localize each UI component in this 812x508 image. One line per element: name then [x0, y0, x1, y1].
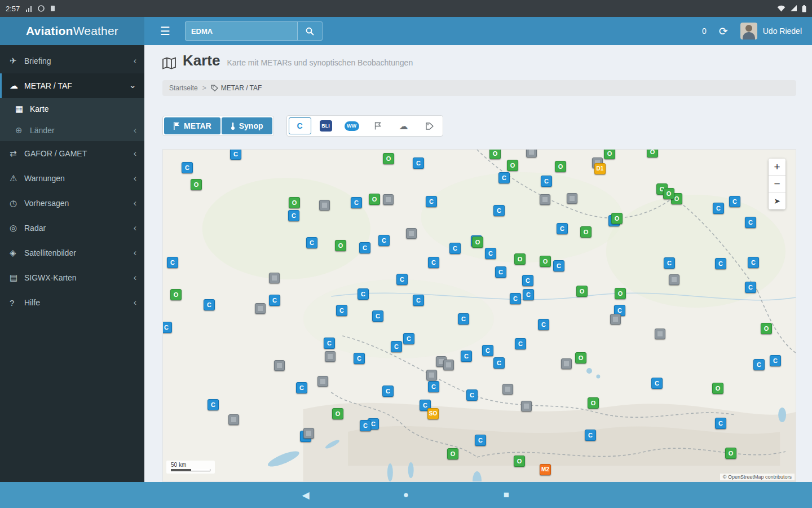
- map-marker-c[interactable]: C: [378, 235, 390, 246]
- metar-toggle-button[interactable]: METAR: [164, 117, 220, 134]
- map-marker-o[interactable]: O: [191, 179, 202, 190]
- map-marker-c[interactable]: C: [745, 282, 756, 293]
- map-marker-m2[interactable]: M2: [540, 464, 551, 475]
- map-marker-c[interactable]: C: [715, 418, 726, 429]
- map-marker-s[interactable]: [521, 401, 532, 411]
- map-marker-c[interactable]: C: [729, 196, 740, 207]
- map-marker-c[interactable]: C: [510, 293, 521, 304]
- map-marker-c[interactable]: C: [372, 310, 383, 322]
- map-marker-s[interactable]: [274, 360, 285, 371]
- map-marker-s[interactable]: [255, 303, 266, 314]
- map-marker-c[interactable]: C: [449, 243, 461, 254]
- map-marker-c[interactable]: C: [748, 257, 759, 268]
- map-marker-s[interactable]: [526, 149, 537, 157]
- map-marker-s[interactable]: [655, 329, 665, 339]
- map-marker-c[interactable]: C: [428, 257, 439, 268]
- map-marker-c[interactable]: C: [382, 386, 394, 397]
- layer-toggle-bli[interactable]: BLI: [315, 117, 337, 134]
- map-marker-c[interactable]: C: [354, 353, 365, 364]
- map-marker-c[interactable]: C: [715, 258, 726, 269]
- map-marker-c[interactable]: C: [413, 295, 424, 306]
- map-marker-c[interactable]: C: [306, 237, 317, 248]
- map-marker-o[interactable]: O: [725, 448, 736, 459]
- home-button[interactable]: ●: [398, 489, 414, 501]
- synop-toggle-button[interactable]: Synop: [222, 117, 272, 134]
- map-marker-o[interactable]: O: [555, 161, 566, 172]
- map-marker-c[interactable]: C: [538, 319, 549, 330]
- map-marker-so[interactable]: SO: [427, 408, 439, 419]
- map-marker-c[interactable]: C: [553, 260, 564, 271]
- map-marker-o[interactable]: O: [615, 288, 626, 299]
- map-marker-o[interactable]: O: [369, 194, 380, 205]
- map-marker-c[interactable]: C: [745, 217, 756, 228]
- map-marker-c[interactable]: C: [485, 248, 496, 259]
- sidebar-item-radar[interactable]: ◎Radar‹: [0, 216, 144, 240]
- map-marker-c[interactable]: C: [208, 399, 219, 410]
- sidebar-toggle-icon[interactable]: ☰: [155, 24, 178, 38]
- map-marker-o[interactable]: O: [507, 160, 518, 171]
- map-marker-c[interactable]: C: [493, 357, 505, 369]
- zoom-out-button[interactable]: −: [769, 176, 785, 192]
- map-marker-c[interactable]: C: [523, 289, 534, 300]
- map-marker-c[interactable]: C: [753, 359, 765, 370]
- map-marker-o[interactable]: O: [472, 237, 483, 248]
- map-marker-s[interactable]: [406, 228, 417, 239]
- map-marker-c[interactable]: C: [482, 345, 493, 356]
- zoom-in-button[interactable]: +: [769, 159, 785, 176]
- map-marker-c[interactable]: C: [664, 257, 675, 269]
- map-marker-c[interactable]: C: [466, 389, 478, 401]
- search-button[interactable]: [298, 21, 323, 41]
- sidebar-item-karte[interactable]: ▦Karte: [0, 98, 144, 120]
- recents-button[interactable]: ■: [498, 489, 515, 501]
- map-marker-o[interactable]: O: [335, 240, 346, 251]
- map-marker-s[interactable]: [443, 360, 454, 370]
- map-marker-c[interactable]: C: [324, 338, 335, 349]
- map-marker-s[interactable]: [317, 376, 328, 387]
- map-marker-c[interactable]: C: [713, 203, 724, 214]
- map-marker-s[interactable]: [325, 351, 336, 362]
- map-marker-c[interactable]: C: [493, 205, 505, 216]
- map-marker-s[interactable]: [540, 194, 550, 205]
- brand-logo[interactable]: AviationWeather: [0, 17, 144, 45]
- map-marker-c[interactable]: C: [495, 266, 506, 278]
- refresh-icon[interactable]: ⟳: [719, 25, 728, 38]
- map-marker-s[interactable]: [228, 414, 239, 425]
- map-marker-c[interactable]: C: [557, 223, 568, 234]
- sidebar-item-sigwx-karten[interactable]: ▤SIGWX-Karten‹: [0, 265, 144, 290]
- map-marker-c[interactable]: C: [396, 274, 408, 285]
- map-marker-c[interactable]: C: [336, 305, 347, 316]
- map-marker-o[interactable]: O: [761, 323, 772, 334]
- map-marker-c[interactable]: C: [391, 341, 402, 352]
- map-marker-s[interactable]: [269, 273, 280, 283]
- map-marker-c[interactable]: C: [585, 430, 596, 441]
- weather-map[interactable]: CCCCCCCCCCCCCCCCCCCCCCCCCCCCCCCCCCCCCCCC…: [162, 149, 796, 482]
- layer-toggle-flag[interactable]: [367, 117, 389, 134]
- map-marker-c[interactable]: C: [360, 420, 371, 431]
- locate-button[interactable]: ➤: [769, 192, 785, 209]
- map-marker-c[interactable]: C: [403, 333, 414, 344]
- map-marker-o[interactable]: O: [580, 226, 592, 238]
- map-marker-c[interactable]: C: [413, 157, 424, 169]
- map-marker-o[interactable]: O: [514, 253, 526, 265]
- breadcrumb-home[interactable]: Startseite: [169, 84, 198, 92]
- map-marker-c[interactable]: C: [351, 197, 362, 208]
- map-marker-s[interactable]: [319, 200, 330, 211]
- map-marker-o[interactable]: O: [611, 213, 623, 224]
- map-marker-c[interactable]: C: [541, 176, 552, 187]
- map-marker-c[interactable]: C: [359, 242, 370, 253]
- map-marker-o[interactable]: O: [489, 149, 501, 159]
- user-menu[interactable]: Udo Riedel: [740, 23, 802, 40]
- map-marker-o[interactable]: O: [289, 197, 300, 208]
- map-marker-c[interactable]: C: [230, 149, 241, 160]
- map-marker-o[interactable]: O: [588, 397, 599, 409]
- sidebar-item-metar-taf[interactable]: ☁METAR / TAF⌄: [0, 73, 144, 98]
- map-marker-c[interactable]: C: [515, 338, 526, 349]
- map-marker-s[interactable]: [502, 384, 513, 395]
- back-button[interactable]: ◀: [297, 489, 314, 501]
- layer-toggle-metar-c[interactable]: C: [289, 117, 311, 134]
- map-marker-c[interactable]: C: [461, 351, 472, 362]
- sidebar-item-warnungen[interactable]: ⚠Warnungen‹: [0, 166, 144, 191]
- sidebar-item-briefing[interactable]: ✈Briefing‹: [0, 49, 144, 73]
- sidebar-item-gafor-gamet[interactable]: ⇄GAFOR / GAMET‹: [0, 141, 144, 166]
- map-marker-o[interactable]: O: [575, 352, 586, 364]
